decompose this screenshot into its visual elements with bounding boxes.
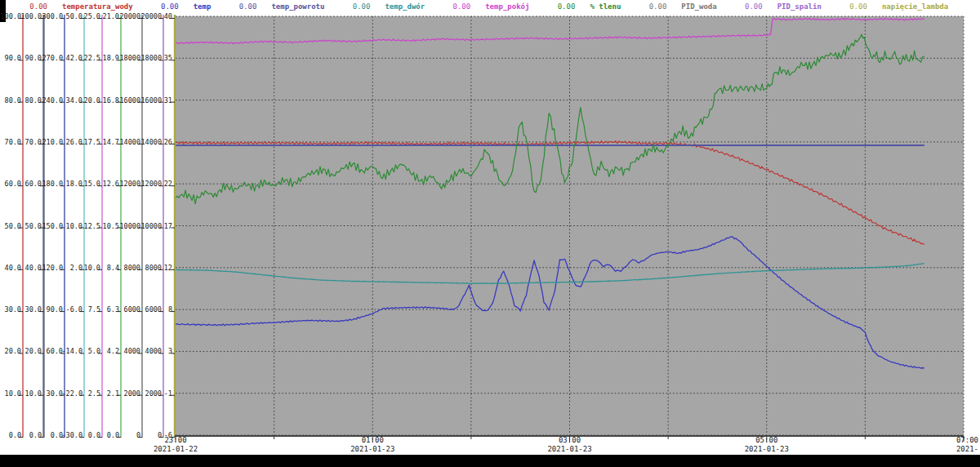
time-axis-label: 03:002021-01-23 — [547, 436, 591, 454]
axis-tick-label: 3 — [168, 347, 172, 355]
axis-tick-label: 12.5 — [84, 222, 100, 230]
axis-tick-label: 16000 — [119, 96, 140, 105]
axis-tick-label: 6.3 — [107, 305, 119, 314]
axis-tick-label: 10.0 — [5, 389, 21, 398]
axis-tick-label: 12 — [164, 264, 172, 272]
axis-tick-label: 10.0 — [66, 222, 82, 230]
axis-tick-label: 100.0 — [0, 12, 21, 20]
axis-tick-label: 50.0 — [66, 12, 82, 20]
axis-tick-label: 120.0 — [42, 264, 63, 272]
axis-tick-label: 14000 — [140, 138, 162, 146]
axis-tick-label: 7.5 — [88, 305, 100, 314]
axis-tick-label: 2.0 — [70, 264, 82, 272]
axis-tick-label: 20000 — [140, 12, 162, 20]
axis-tick-label: -14.0 — [61, 347, 82, 355]
axis-tick-label: 18.0 — [66, 180, 82, 188]
axis-tick-label: 10.0 — [84, 264, 100, 272]
axis-tick-label: 80.0 — [5, 96, 21, 105]
axis-tick-label: 50.0 — [5, 222, 21, 230]
axis-tick-label: 10000 — [140, 222, 162, 230]
axis-tick-label: 70.0 — [25, 138, 42, 146]
axis-tick-label: 300.0 — [42, 12, 63, 20]
trend-chart-window: 0.00temperatura_wody0.00temp0.00temp_pow… — [0, 0, 980, 467]
axis-tick-label: 18000 — [119, 54, 140, 62]
axis-tick-label: 42.0 — [66, 54, 82, 62]
axis-tick-label: 35 — [164, 54, 172, 62]
axis-tick-label: 2.5 — [88, 389, 100, 398]
axis-tick-label: 150.0 — [42, 222, 63, 230]
axis-tick-label: 60.0 — [25, 180, 42, 188]
axis-tick-label: 30.0 — [47, 389, 63, 398]
axis-tick-label: 6000 — [124, 305, 140, 314]
axis-tick-label: 60.0 — [47, 347, 63, 355]
axis-tick-label: 31 — [164, 96, 172, 105]
time-axis-label-time: 01:00 — [350, 436, 394, 445]
axis-tick-label: 34.0 — [66, 96, 82, 105]
axis-tick-label: 8 — [168, 305, 172, 314]
axis-tick-label: 20.0 — [5, 347, 21, 355]
axis-tick-label: 90.0 — [5, 54, 21, 62]
axis-tick-label: 210.0 — [42, 138, 63, 146]
axis-tick-label: 4000 — [145, 347, 162, 355]
axis-tick-label: 240.0 — [42, 96, 63, 105]
axis-tick-label: 26.0 — [66, 138, 82, 146]
axis-tick-label: 10000 — [119, 222, 140, 230]
axis-tick-label: 14.7 — [103, 138, 119, 146]
axis-tick-label: 8000 — [124, 264, 140, 272]
axis-tick-label: -22.0 — [61, 389, 82, 398]
axis-tick-label: 10.5 — [103, 222, 119, 230]
axis-tick-label: 8000 — [145, 264, 162, 272]
axis-tick-label: 20000 — [119, 12, 140, 20]
axis-tick-label: 2.1 — [107, 389, 119, 398]
axis-tick-label: 25.0 — [84, 12, 100, 20]
axis-tick-label: 2000 — [124, 389, 140, 398]
axis-tick-label: 22.5 — [84, 54, 100, 62]
trend-plot: 100.090.080.070.060.050.040.030.020.010.… — [0, 0, 980, 467]
axis-tick-label: 30.0 — [5, 305, 21, 314]
axis-tick-label: 180.0 — [42, 180, 63, 188]
axis-tick-label: 90.0 — [47, 305, 63, 314]
axis-tick-label: 40 — [164, 12, 172, 20]
axis-tick-label: 17 — [164, 222, 172, 230]
axis-tick-label: 20.0 — [84, 96, 100, 105]
axis-tick-label: 50.0 — [25, 222, 42, 230]
time-axis-label-date: 2021-01-23 — [547, 445, 591, 454]
taskbar-black-strip — [0, 455, 980, 467]
axis-tick-label: -1 — [164, 389, 172, 398]
axis-tick-label: 90.0 — [25, 54, 42, 62]
axis-tick-label: 70.0 — [5, 138, 21, 146]
time-axis-label: 05:002021-01-23 — [745, 436, 789, 454]
axis-tick-label: 22 — [164, 180, 172, 188]
axis-tick-label: 60.0 — [5, 180, 21, 188]
axis-tick-label: 4.2 — [107, 347, 119, 355]
axis-tick-label: 12000 — [140, 180, 162, 188]
axis-tick-label: 17.5 — [84, 138, 100, 146]
axis-tick-label: 15.0 — [84, 180, 100, 188]
axis-tick-label: 21.0 — [103, 12, 119, 20]
axis-tick-label: 16000 — [140, 96, 162, 105]
axis-tick-label: 80.0 — [25, 96, 42, 105]
axis-tick-label: 18000 — [140, 54, 162, 62]
axis-tick-label: 2000 — [145, 389, 162, 398]
axis-tick-label: 100.0 — [20, 12, 42, 20]
time-axis-labels: 23:002021-01-2201:002021-01-2303:002021-… — [0, 436, 980, 454]
axis-tick-label: 10.0 — [25, 389, 42, 398]
axis-tick-label: 40.0 — [25, 264, 42, 272]
time-axis-label-date: 2021-01-23 — [350, 445, 394, 454]
axis-tick-label: 40.0 — [5, 264, 21, 272]
axis-tick-label: 26 — [164, 138, 172, 146]
axis-tick-label: -6.0 — [66, 305, 82, 314]
axis-tick-label: 14000 — [119, 138, 140, 146]
axis-tick-label: 270.0 — [42, 54, 63, 62]
time-axis-label-time: 07:00 — [956, 436, 978, 445]
axis-tick-label: 8.4 — [107, 264, 119, 272]
time-axis-label-time: 05:00 — [745, 436, 789, 445]
axis-tick-label: 18.9 — [103, 54, 119, 62]
time-axis-label-date: 2021-01-23 — [745, 445, 789, 454]
axis-tick-label: 5.0 — [88, 347, 100, 355]
time-axis-label: 23:002021-01-22 — [154, 436, 198, 454]
axis-tick-label: 16.8 — [103, 96, 119, 105]
time-axis-label: 01:002021-01-23 — [350, 436, 394, 454]
time-axis-label-time: 23:00 — [154, 436, 198, 445]
time-axis-label-time: 03:00 — [547, 436, 591, 445]
